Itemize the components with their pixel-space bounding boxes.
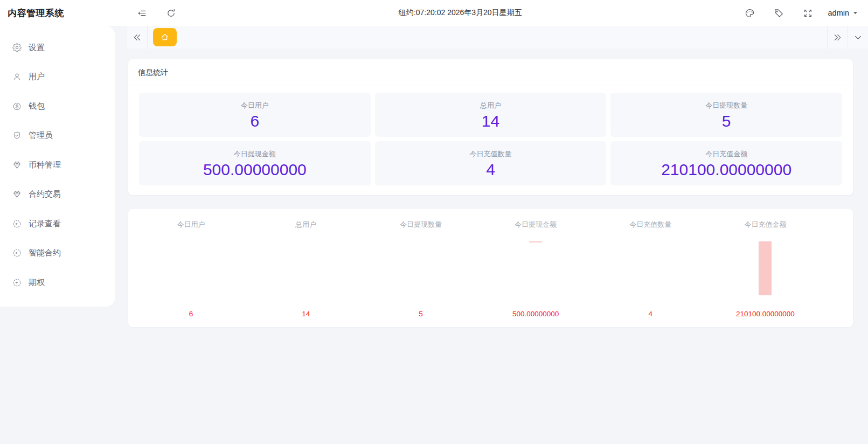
chart-value-label: 6 <box>134 310 248 318</box>
shield-check-icon <box>12 131 22 140</box>
tag-button[interactable] <box>773 6 786 19</box>
chart-value-label: 4 <box>593 310 708 318</box>
sidebar-item-label: 用户 <box>29 72 45 82</box>
tab-home[interactable] <box>153 28 177 46</box>
chart-value-label: 210100.00000000 <box>708 310 823 318</box>
caret-down-icon <box>852 10 858 16</box>
sidebar-item-options[interactable]: 期权 <box>0 268 115 297</box>
sidebar-item-label: 智能合约 <box>29 248 61 258</box>
chart-bar <box>759 241 772 295</box>
chart-column-total-users: 总用户 14 <box>248 219 363 318</box>
gem-icon <box>12 161 22 170</box>
stats-card-title: 信息统计 <box>128 59 853 86</box>
dashed-circle-icon <box>12 219 22 228</box>
sidebar-item-smart-contract[interactable]: 智能合约 <box>0 239 115 268</box>
sidebar: 设置 用户 钱包 管理员 币种管理 合约交易 记录查看 智能合约 期权 <box>0 26 115 307</box>
stat-label: 今日充值数量 <box>469 149 511 159</box>
sidebar-item-wallet[interactable]: 钱包 <box>0 92 115 121</box>
stat-tile-today-users: 今日用户 6 <box>139 93 371 137</box>
fullscreen-button[interactable] <box>802 6 815 19</box>
app-title: 内容管理系统 <box>0 7 127 19</box>
chart-category-label: 今日提现金额 <box>478 219 593 231</box>
home-icon <box>160 32 170 42</box>
sidebar-item-label: 币种管理 <box>29 160 61 170</box>
bar-chart: 今日用户 6 总用户 14 今日提现数量 5 今日提现金额 500.000000… <box>134 219 823 318</box>
stat-value: 5 <box>722 113 731 129</box>
gem-icon <box>12 190 22 199</box>
chart-column-today-recharge-count: 今日充值数量 4 <box>593 219 708 318</box>
refresh-button[interactable] <box>164 6 177 19</box>
dollar-circle-icon <box>12 102 22 111</box>
scroll-tabs-left-button[interactable] <box>127 26 148 48</box>
sidebar-menu: 设置 用户 钱包 管理员 币种管理 合约交易 记录查看 智能合约 期权 <box>0 33 115 297</box>
sidebar-item-admins[interactable]: 管理员 <box>0 121 115 151</box>
sidebar-item-label: 期权 <box>29 278 45 288</box>
stat-label: 今日提现数量 <box>705 101 747 110</box>
scroll-tabs-right-button[interactable] <box>827 26 848 48</box>
chart-category-label: 今日充值数量 <box>593 219 708 231</box>
tabs-dropdown-button[interactable] <box>848 26 868 48</box>
sidebar-item-label: 设置 <box>29 43 45 53</box>
sidebar-item-settings[interactable]: 设置 <box>0 33 115 63</box>
stat-value: 210100.00000000 <box>661 162 791 178</box>
stats-card: 信息统计 今日用户 6 总用户 14 今日提现数量 5 今日提现金额 500.0… <box>128 59 853 195</box>
chart-column-today-users: 今日用户 6 <box>134 219 248 318</box>
stat-tile-today-withdraw-count: 今日提现数量 5 <box>610 93 842 137</box>
stat-label: 总用户 <box>480 101 501 110</box>
chart-category-label: 今日充值金额 <box>708 219 823 231</box>
sidebar-item-records[interactable]: 记录查看 <box>0 209 115 239</box>
chart-column-today-withdraw-amount: 今日提现金额 500.00000000 <box>478 219 593 318</box>
stat-value: 4 <box>486 162 495 178</box>
stat-value: 6 <box>250 113 259 129</box>
dashed-circle-icon <box>12 248 22 258</box>
tab-bar <box>127 26 868 48</box>
chart-value-label: 500.00000000 <box>478 310 593 318</box>
chart-column-today-withdraw-count: 今日提现数量 5 <box>363 219 478 318</box>
tab-spacer <box>177 26 827 48</box>
sidebar-item-label: 合约交易 <box>29 189 61 199</box>
sidebar-item-label: 记录查看 <box>29 219 61 229</box>
menu-fold-button[interactable] <box>135 6 148 19</box>
stat-value: 500.00000000 <box>203 162 307 178</box>
stat-label: 今日用户 <box>241 101 269 110</box>
chart-value-label: 5 <box>363 310 478 318</box>
chart-category-label: 总用户 <box>248 219 363 231</box>
chart-card: 今日用户 6 总用户 14 今日提现数量 5 今日提现金额 500.000000… <box>128 209 853 327</box>
sidebar-item-label: 管理员 <box>29 130 53 141</box>
chart-value-label: 14 <box>248 310 363 318</box>
chart-column-today-recharge-amount: 今日充值金额 210100.00000000 <box>708 219 823 318</box>
gear-icon <box>12 43 22 52</box>
theme-palette-button[interactable] <box>744 6 756 19</box>
stat-tile-today-withdraw-amount: 今日提现金额 500.00000000 <box>139 141 371 185</box>
chart-category-label: 今日用户 <box>134 219 248 231</box>
stat-label: 今日充值金额 <box>705 149 747 159</box>
stat-tile-total-users: 总用户 14 <box>375 93 607 137</box>
chart-category-label: 今日提现数量 <box>363 219 478 231</box>
stats-tiles: 今日用户 6 总用户 14 今日提现数量 5 今日提现金额 500.000000… <box>128 86 853 195</box>
stat-label: 今日提现金额 <box>234 149 276 159</box>
stat-value: 14 <box>482 113 499 129</box>
user-name: admin <box>828 9 850 17</box>
top-header: 内容管理系统 纽约:07:20:02 2026年3月20日星期五 admin <box>0 0 868 26</box>
user-menu[interactable]: admin <box>828 9 859 17</box>
stat-tile-today-recharge-amount: 今日充值金额 210100.00000000 <box>610 141 842 185</box>
clock-text: 纽约:07:20:02 2026年3月20日星期五 <box>185 8 735 18</box>
chart-bar <box>529 241 542 242</box>
dashed-circle-icon <box>12 278 22 287</box>
stat-tile-today-recharge-count: 今日充值数量 4 <box>375 141 607 185</box>
sidebar-item-label: 钱包 <box>29 101 45 112</box>
sidebar-item-currency-management[interactable]: 币种管理 <box>0 150 115 180</box>
user-icon <box>12 72 22 81</box>
main-area: 信息统计 今日用户 6 总用户 14 今日提现数量 5 今日提现金额 500.0… <box>127 26 868 444</box>
sidebar-item-contract-trading[interactable]: 合约交易 <box>0 180 115 210</box>
sidebar-item-users[interactable]: 用户 <box>0 63 115 92</box>
